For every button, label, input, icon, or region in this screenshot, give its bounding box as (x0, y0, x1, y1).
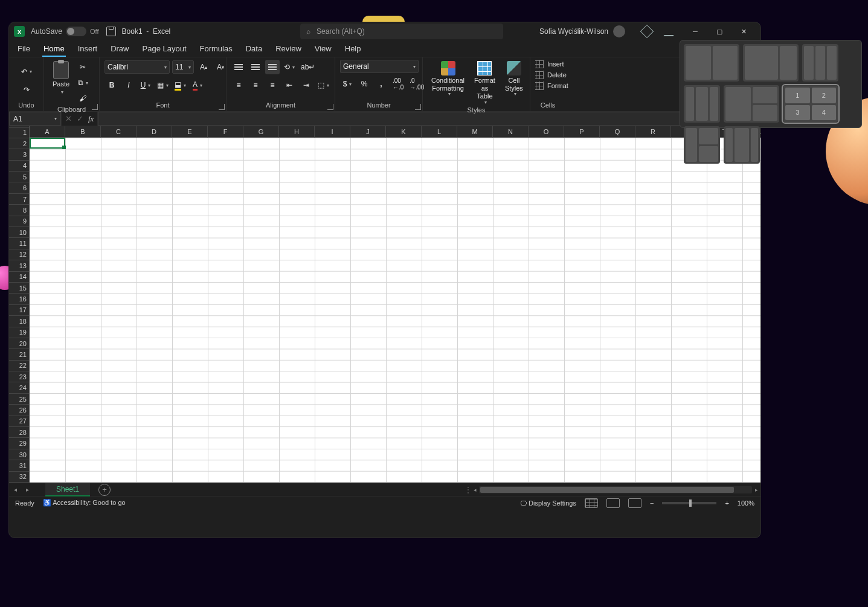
zoom-in-button[interactable]: + (725, 499, 728, 507)
column-header[interactable]: H (279, 126, 315, 138)
minimize-button[interactable]: ─ (683, 22, 707, 40)
clipboard-launcher[interactable] (92, 104, 98, 110)
tab-file[interactable]: File (16, 42, 31, 57)
column-header[interactable]: K (386, 126, 422, 138)
accessibility-status[interactable]: ♿ Accessibility: Good to go (43, 499, 126, 507)
snap-layout-six[interactable] (724, 126, 760, 164)
font-size-select[interactable]: 11▾ (172, 60, 194, 74)
underline-button[interactable]: U▾ (138, 78, 153, 92)
row-header[interactable]: 16 (9, 294, 30, 304)
row-header[interactable]: 8 (9, 205, 30, 216)
font-launcher[interactable] (219, 104, 225, 110)
tab-split-grip[interactable]: ⋮ (465, 486, 471, 494)
italic-button[interactable]: I (121, 78, 136, 92)
column-header[interactable]: P (564, 126, 600, 138)
row-header[interactable]: 17 (9, 305, 30, 316)
sheet-prev-button[interactable]: ◂ (9, 486, 21, 493)
increase-decimal-button[interactable]: .00←.0 (391, 77, 405, 91)
percent-format-button[interactable]: % (357, 77, 371, 91)
formula-input[interactable] (98, 112, 751, 126)
redo-button[interactable]: ↷ (19, 83, 34, 97)
merge-button[interactable]: ⬚▾ (316, 78, 331, 92)
align-top-button[interactable] (231, 60, 246, 74)
align-center-button[interactable]: ≡ (248, 78, 263, 92)
snap-zone-4[interactable]: 4 (812, 105, 837, 121)
cancel-formula-icon[interactable]: ✕ (65, 114, 72, 123)
accounting-format-button[interactable]: $▾ (340, 77, 355, 91)
coming-soon-icon[interactable] (659, 22, 683, 40)
snap-layout-thirds[interactable] (802, 44, 838, 82)
row-header[interactable]: 23 (9, 371, 30, 382)
column-header[interactable]: G (243, 126, 279, 138)
row-header[interactable]: 4 (9, 161, 30, 172)
row-header[interactable]: 15 (9, 283, 30, 294)
snap-zone-2[interactable]: 2 (812, 88, 837, 103)
row-header[interactable]: 18 (9, 316, 30, 327)
font-name-select[interactable]: Calibri▾ (104, 60, 170, 74)
tab-page-layout[interactable]: Page Layout (141, 42, 188, 57)
row-header[interactable]: 6 (9, 182, 30, 193)
row-header[interactable]: 9 (9, 216, 30, 227)
tab-formulas[interactable]: Formulas (199, 42, 234, 57)
save-icon[interactable] (106, 27, 116, 36)
paste-button[interactable]: Paste ▾ (49, 60, 73, 97)
snap-layout-quad[interactable]: 1 2 3 4 (783, 85, 838, 123)
row-header[interactable]: 19 (9, 327, 30, 338)
normal-view-button[interactable] (585, 498, 598, 508)
column-header[interactable]: M (457, 126, 493, 138)
column-header[interactable]: N (493, 126, 529, 138)
zoom-level[interactable]: 100% (738, 499, 754, 507)
decrease-font-button[interactable]: A▾ (213, 60, 228, 74)
row-header[interactable]: 11 (9, 238, 30, 249)
row-header[interactable]: 13 (9, 260, 30, 271)
row-header[interactable]: 25 (9, 394, 30, 405)
tab-data[interactable]: Data (245, 42, 263, 57)
row-header[interactable]: 1 (9, 127, 30, 138)
snap-layout-wide-thirds[interactable] (684, 85, 720, 123)
row-header[interactable]: 7 (9, 194, 30, 205)
zoom-slider[interactable] (662, 502, 716, 504)
enter-formula-icon[interactable]: ✓ (77, 114, 83, 123)
sheet-next-button[interactable]: ▸ (21, 486, 33, 493)
snap-layout-half[interactable] (684, 44, 739, 82)
scroll-right-icon[interactable]: ▸ (752, 487, 760, 493)
row-header[interactable]: 21 (9, 349, 30, 360)
cell-styles-button[interactable]: Cell Styles▾ (501, 60, 527, 98)
alignment-launcher[interactable] (327, 104, 333, 110)
column-header[interactable]: J (350, 126, 386, 138)
snap-layout-quarter-stack[interactable] (684, 126, 720, 164)
row-header[interactable]: 10 (9, 227, 30, 238)
borders-button[interactable]: ▦▾ (155, 78, 170, 92)
row-header[interactable]: 20 (9, 338, 30, 349)
format-cells-button[interactable]: Format (535, 82, 568, 90)
add-sheet-button[interactable]: + (98, 484, 111, 496)
column-header[interactable]: O (529, 126, 564, 138)
sheet-tab[interactable]: Sheet1 (45, 483, 90, 496)
snap-zone-1[interactable]: 1 (785, 88, 810, 103)
insert-function-icon[interactable]: fx (88, 114, 94, 124)
row-header[interactable]: 12 (9, 249, 30, 260)
number-launcher[interactable] (415, 104, 421, 110)
column-header[interactable]: I (315, 126, 350, 138)
row-header[interactable]: 14 (9, 272, 30, 283)
undo-button[interactable]: ↶ ▾ (19, 65, 34, 79)
row-header[interactable]: 2 (9, 138, 30, 149)
tab-home[interactable]: Home (42, 42, 66, 57)
row-header[interactable]: 24 (9, 382, 30, 393)
display-settings-button[interactable]: 🖵 Display Settings (520, 499, 576, 507)
column-header[interactable]: L (422, 126, 457, 138)
increase-font-button[interactable]: A▴ (196, 60, 211, 74)
page-layout-view-button[interactable] (606, 498, 620, 508)
align-left-button[interactable]: ≡ (231, 78, 246, 92)
zoom-out-button[interactable]: − (650, 499, 654, 507)
fill-color-button[interactable]: ⬓▾ (173, 78, 188, 92)
tab-draw[interactable]: Draw (109, 42, 130, 57)
document-title[interactable]: Book1 - Excel (122, 27, 171, 36)
row-header[interactable]: 27 (9, 416, 30, 427)
column-header[interactable]: D (137, 126, 172, 138)
copy-button[interactable]: ⧉▾ (76, 75, 90, 90)
close-button[interactable]: ✕ (731, 22, 756, 40)
column-header[interactable]: C (101, 126, 137, 138)
increase-indent-button[interactable]: ⇥ (299, 78, 313, 92)
row-header[interactable]: 22 (9, 361, 30, 371)
